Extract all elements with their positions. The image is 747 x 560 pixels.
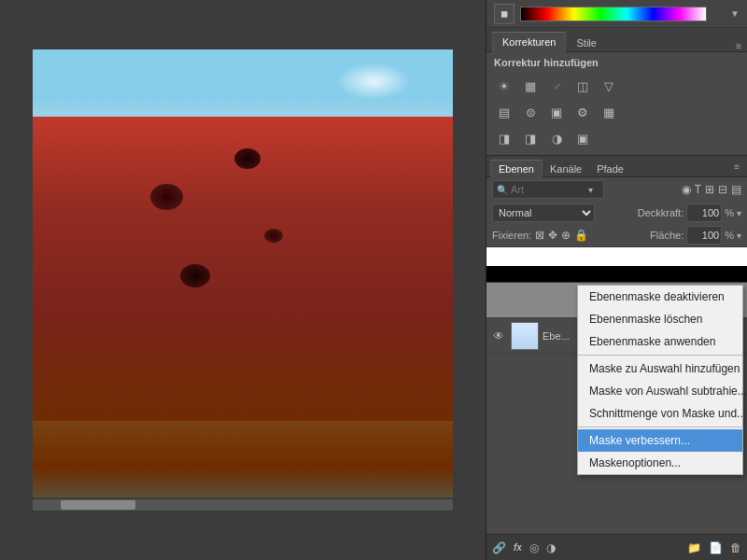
fill-dropdown[interactable]: ▾ (737, 231, 741, 241)
filter-pixel-icon[interactable]: ◉ (682, 183, 691, 196)
posterize-icon[interactable]: ◨ (520, 128, 541, 148)
tab-korrekturen[interactable]: Korrekturen (492, 32, 566, 52)
opacity-row: Deckkraft: % ▾ (638, 203, 741, 222)
threshold-icon[interactable]: ◑ (546, 128, 567, 148)
fill-row: Fläche: % ▾ (650, 226, 741, 245)
right-panel: ◼ ▼ Korrekturen Stile ≡ Korrektur hinzuf… (486, 0, 747, 560)
color-picker-icon[interactable]: ◼ (494, 4, 514, 24)
lock-all-icon[interactable]: 🔒 (574, 229, 588, 242)
color-balance-icon[interactable]: ⊜ (520, 102, 541, 122)
lock-position-icon[interactable]: ✥ (548, 229, 557, 242)
link-layers-icon[interactable]: 🔗 (492, 541, 506, 554)
fill-input[interactable] (686, 226, 722, 245)
layer-mask-thumbnail (552, 251, 580, 279)
layers-tabs: Ebenen Kanäle Pfade ≡ (486, 155, 747, 177)
corrections-title: Korrektur hinzufügen (486, 52, 747, 73)
opacity-input[interactable] (686, 203, 722, 222)
search-icon: 🔍 (497, 185, 508, 195)
search-input[interactable] (511, 184, 585, 195)
lock-artboard-icon[interactable]: ⊕ (561, 229, 571, 242)
lock-icons: ⊠ ✥ ⊕ 🔒 (535, 229, 588, 242)
exposure-icon[interactable]: ◫ (572, 76, 593, 96)
cloud-layer (336, 63, 411, 100)
blend-mode-select[interactable]: Normal (492, 203, 595, 222)
channel-mixer-icon[interactable]: ▦ (599, 102, 619, 122)
add-mask-icon[interactable]: ◎ (529, 541, 539, 554)
canvas-area (0, 0, 486, 560)
ctx-item-apply[interactable]: Ebenenmaske anwenden (578, 330, 742, 353)
fill-label: Fläche: (650, 230, 684, 241)
main-layout: ◼ ▼ Korrekturen Stile ≡ Korrektur hinzuf… (0, 0, 747, 560)
layer-thumb-image (512, 323, 538, 349)
layer-filter-icons: ◉ T ⊞ ⊟ ▤ (682, 183, 741, 196)
search-box[interactable]: 🔍 ▾ (492, 180, 604, 199)
gradient-bar-area: ◼ ▼ (486, 0, 747, 28)
layer-thumbnail (511, 322, 539, 350)
opacity-percent: % (725, 207, 734, 218)
filter-smart-icon[interactable]: ▤ (731, 183, 741, 196)
ctx-item-sub-from-sel[interactable]: Maske von Auswahl subtrahie... (578, 380, 742, 402)
fill-percent: % (725, 230, 734, 241)
black-white-icon[interactable]: ▣ (546, 102, 567, 122)
add-style-icon[interactable]: fx (514, 542, 522, 553)
layers-panel-menu[interactable]: ≡ (730, 160, 743, 174)
brightness-contrast-icon[interactable]: ☀ (494, 76, 514, 96)
corrections-panel-menu[interactable]: ≡ (736, 41, 741, 51)
filter-adj-icon[interactable]: T (695, 183, 701, 196)
ctx-item-options[interactable]: Maskenoptionen... (578, 452, 742, 474)
new-fill-icon[interactable]: ◑ (546, 541, 556, 554)
delete-layer-icon[interactable]: 🗑 (730, 541, 741, 554)
tab-stile[interactable]: Stile (566, 33, 606, 52)
ctx-separator-2 (578, 427, 742, 427)
ctx-item-improve[interactable]: Maske verbessern... (578, 429, 742, 452)
levels-icon[interactable]: ▦ (520, 76, 541, 96)
new-layer-icon[interactable]: 📄 (709, 541, 723, 554)
search-row: 🔍 ▾ ◉ T ⊞ ⊟ ▤ (486, 177, 747, 202)
vibrance-icon[interactable]: ▽ (599, 76, 619, 96)
tab-ebenen[interactable]: Ebenen (490, 160, 543, 177)
panel-collapse-button[interactable]: ▼ (730, 8, 740, 19)
ctx-item-delete[interactable]: Ebenenmaske löschen (578, 308, 742, 330)
new-group-icon[interactable]: 📁 (687, 541, 701, 554)
tab-pfade[interactable]: Pfade (589, 160, 631, 177)
canvas-image[interactable] (33, 49, 453, 497)
hsl-icon[interactable]: ▤ (494, 102, 514, 122)
cave-hole-4 (180, 264, 210, 287)
cave-hole-1 (150, 184, 183, 210)
gradient-bar[interactable] (520, 7, 707, 21)
layers-bottom-bar: 🔗 fx ◎ ◑ 📁 📄 🗑 (486, 534, 747, 560)
filter-type-icon[interactable]: ⊞ (705, 183, 714, 196)
filter-shape-icon[interactable]: ⊟ (718, 183, 727, 196)
ctx-item-intersect[interactable]: Schnittmenge von Maske und... (578, 402, 742, 425)
context-menu: Ebenenmaske deaktivieren Ebenenmaske lös… (577, 285, 743, 475)
corrections-icons-row-1: ☀ ▦ ⟋ ◫ ▽ (486, 73, 747, 99)
tab-kanaele[interactable]: Kanäle (543, 160, 589, 177)
fix-label: Fixieren: (492, 230, 531, 241)
horizontal-scrollbar[interactable] (33, 499, 453, 511)
ground-layer (33, 421, 453, 497)
corrections-icons-row-2: ▤ ⊜ ▣ ⚙ ▦ (486, 99, 747, 125)
cave-hole-2 (234, 148, 261, 169)
opacity-dropdown[interactable]: ▾ (737, 208, 741, 218)
invert-icon[interactable]: ◨ (494, 128, 514, 148)
gradient-map-icon[interactable]: ▣ (572, 128, 593, 148)
ctx-separator-1 (578, 355, 742, 356)
cave-hole-3 (264, 229, 283, 243)
scrollbar-thumb[interactable] (61, 500, 135, 510)
lock-pixel-icon[interactable]: ⊠ (535, 229, 544, 242)
search-dropdown-arrow[interactable]: ▾ (588, 185, 593, 195)
corrections-tabs: Korrekturen Stile ≡ (486, 28, 747, 52)
layer-visibility-toggle[interactable]: 👁 (490, 328, 507, 344)
layer-mask-thumbnail (552, 287, 580, 315)
fix-row: Fixieren: ⊠ ✥ ⊕ 🔒 Fläche: % ▾ (486, 224, 747, 247)
blend-mode-row: Normal Deckkraft: % ▾ (486, 202, 747, 224)
ctx-item-deactivate[interactable]: Ebenenmaske deaktivieren (578, 286, 742, 308)
corrections-icons-row-3: ◨ ◨ ◑ ▣ (486, 125, 747, 151)
curves-icon[interactable]: ⟋ (546, 76, 567, 96)
ctx-item-add-to-sel[interactable]: Maske zu Auswahl hinzufügen (578, 357, 742, 380)
layer-row[interactable]: 👁 ⛓ Hintergrund (486, 247, 747, 283)
opacity-label: Deckkraft: (638, 207, 684, 218)
photo-filter-icon[interactable]: ⚙ (572, 102, 593, 122)
